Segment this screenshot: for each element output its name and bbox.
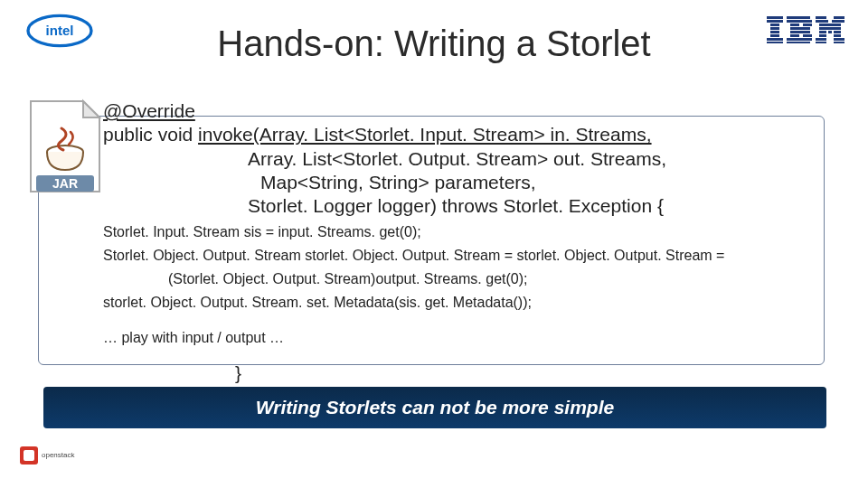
svg-rect-10	[787, 16, 810, 19]
openstack-logo-icon: openstack	[18, 445, 81, 475]
svg-rect-22	[816, 20, 828, 23]
code-l3-text: Array. List<Storlet. Output. Stream> out…	[103, 147, 826, 171]
code-play-comment: … play with input / output …	[103, 330, 826, 346]
code-line-2: public void invoke(Array. List<Storlet. …	[103, 123, 826, 146]
svg-rect-21	[834, 16, 844, 19]
svg-rect-3	[767, 20, 783, 23]
code-l5-text: Storlet. Logger logger) throws Storlet. …	[103, 194, 826, 218]
svg-rect-40	[24, 450, 34, 461]
jar-file-icon: JAR	[24, 98, 107, 197]
summary-banner-text: Writing Storlets can not be more simple	[256, 397, 614, 418]
openstack-logo: openstack	[18, 445, 81, 479]
code-close-brace: }	[103, 362, 826, 384]
override-annotation: @Override	[103, 100, 195, 121]
code-l4-text: Map<String, String> parameters,	[103, 171, 826, 194]
svg-rect-23	[832, 20, 844, 23]
slide-title: Hands-on: Writing a Storlet	[0, 23, 868, 64]
code-small-2: Storlet. Object. Output. Stream storlet.…	[103, 247, 826, 265]
svg-text:JAR: JAR	[52, 176, 78, 191]
svg-rect-11	[787, 20, 812, 23]
code-line-4: Map<String, String> parameters,	[103, 171, 826, 194]
code-line-3: Array. List<Storlet. Output. Stream> out…	[103, 147, 826, 171]
svg-rect-2	[767, 16, 783, 19]
code-content: @Override public void invoke(Array. List…	[103, 99, 826, 384]
code-line-1: @Override	[103, 99, 826, 123]
code-line-5: Storlet. Logger logger) throws Storlet. …	[103, 194, 826, 218]
code-small-3: (Storlet. Object. Output. Stream)output.…	[103, 270, 826, 288]
code-l2-invoke: invoke(Array. List<Storlet. Input. Strea…	[198, 124, 651, 145]
code-small-4: storlet. Object. Output. Stream. set. Me…	[103, 294, 826, 312]
code-l2-prefix: public void	[103, 124, 198, 145]
code-small-1: Storlet. Input. Stream sis = input. Stre…	[103, 223, 826, 241]
slide: intel	[0, 0, 868, 488]
svg-text:openstack: openstack	[42, 451, 75, 459]
code-s3-text: (Storlet. Object. Output. Stream)output.…	[103, 270, 826, 288]
svg-rect-20	[816, 16, 826, 19]
summary-banner: Writing Storlets can not be more simple	[43, 387, 826, 428]
